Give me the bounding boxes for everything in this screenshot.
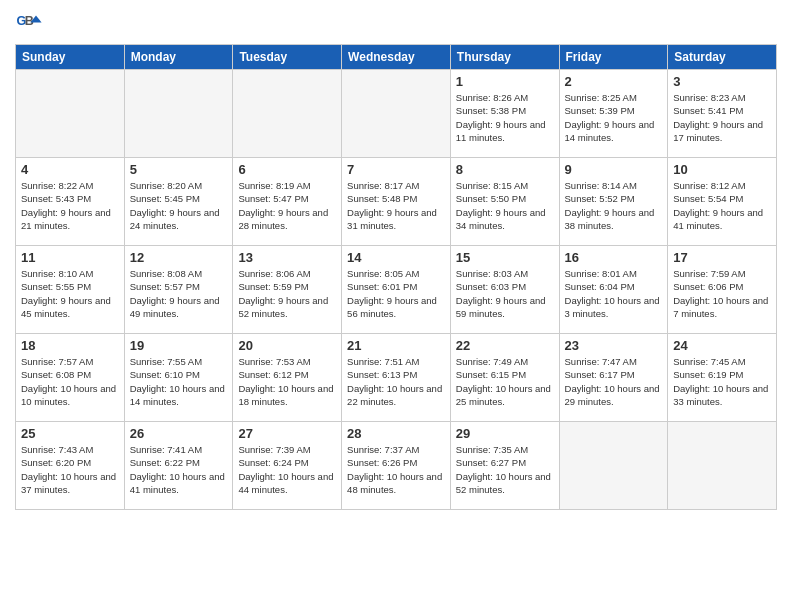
day-number: 2 — [565, 74, 663, 89]
calendar-cell: 2Sunrise: 8:25 AMSunset: 5:39 PMDaylight… — [559, 70, 668, 158]
calendar-cell: 25Sunrise: 7:43 AMSunset: 6:20 PMDayligh… — [16, 422, 125, 510]
day-info: Sunrise: 7:39 AMSunset: 6:24 PMDaylight:… — [238, 443, 336, 496]
day-number: 3 — [673, 74, 771, 89]
day-header-friday: Friday — [559, 45, 668, 70]
day-number: 13 — [238, 250, 336, 265]
calendar-cell: 7Sunrise: 8:17 AMSunset: 5:48 PMDaylight… — [342, 158, 451, 246]
calendar-cell: 16Sunrise: 8:01 AMSunset: 6:04 PMDayligh… — [559, 246, 668, 334]
logo-icon: G B — [15, 10, 43, 38]
day-number: 8 — [456, 162, 554, 177]
calendar-cell — [559, 422, 668, 510]
week-row-1: 4Sunrise: 8:22 AMSunset: 5:43 PMDaylight… — [16, 158, 777, 246]
day-info: Sunrise: 8:17 AMSunset: 5:48 PMDaylight:… — [347, 179, 445, 232]
day-header-sunday: Sunday — [16, 45, 125, 70]
calendar-cell: 1Sunrise: 8:26 AMSunset: 5:38 PMDaylight… — [450, 70, 559, 158]
week-row-2: 11Sunrise: 8:10 AMSunset: 5:55 PMDayligh… — [16, 246, 777, 334]
day-info: Sunrise: 8:08 AMSunset: 5:57 PMDaylight:… — [130, 267, 228, 320]
calendar-cell: 11Sunrise: 8:10 AMSunset: 5:55 PMDayligh… — [16, 246, 125, 334]
calendar-cell: 23Sunrise: 7:47 AMSunset: 6:17 PMDayligh… — [559, 334, 668, 422]
day-number: 28 — [347, 426, 445, 441]
header-row: SundayMondayTuesdayWednesdayThursdayFrid… — [16, 45, 777, 70]
week-row-4: 25Sunrise: 7:43 AMSunset: 6:20 PMDayligh… — [16, 422, 777, 510]
day-info: Sunrise: 8:22 AMSunset: 5:43 PMDaylight:… — [21, 179, 119, 232]
day-number: 6 — [238, 162, 336, 177]
day-info: Sunrise: 8:25 AMSunset: 5:39 PMDaylight:… — [565, 91, 663, 144]
day-info: Sunrise: 8:01 AMSunset: 6:04 PMDaylight:… — [565, 267, 663, 320]
day-info: Sunrise: 8:20 AMSunset: 5:45 PMDaylight:… — [130, 179, 228, 232]
calendar-cell — [124, 70, 233, 158]
calendar-cell: 29Sunrise: 7:35 AMSunset: 6:27 PMDayligh… — [450, 422, 559, 510]
day-header-thursday: Thursday — [450, 45, 559, 70]
day-number: 29 — [456, 426, 554, 441]
calendar-table: SundayMondayTuesdayWednesdayThursdayFrid… — [15, 44, 777, 510]
day-number: 4 — [21, 162, 119, 177]
calendar-cell — [16, 70, 125, 158]
calendar-cell: 14Sunrise: 8:05 AMSunset: 6:01 PMDayligh… — [342, 246, 451, 334]
day-number: 15 — [456, 250, 554, 265]
day-info: Sunrise: 8:15 AMSunset: 5:50 PMDaylight:… — [456, 179, 554, 232]
day-info: Sunrise: 7:57 AMSunset: 6:08 PMDaylight:… — [21, 355, 119, 408]
calendar-cell: 4Sunrise: 8:22 AMSunset: 5:43 PMDaylight… — [16, 158, 125, 246]
calendar-cell: 5Sunrise: 8:20 AMSunset: 5:45 PMDaylight… — [124, 158, 233, 246]
page: G B SundayMondayTuesdayWednesdayThursday… — [0, 0, 792, 612]
day-header-monday: Monday — [124, 45, 233, 70]
calendar-cell: 19Sunrise: 7:55 AMSunset: 6:10 PMDayligh… — [124, 334, 233, 422]
day-number: 1 — [456, 74, 554, 89]
day-number: 25 — [21, 426, 119, 441]
day-info: Sunrise: 7:59 AMSunset: 6:06 PMDaylight:… — [673, 267, 771, 320]
day-info: Sunrise: 7:35 AMSunset: 6:27 PMDaylight:… — [456, 443, 554, 496]
week-row-3: 18Sunrise: 7:57 AMSunset: 6:08 PMDayligh… — [16, 334, 777, 422]
day-info: Sunrise: 7:43 AMSunset: 6:20 PMDaylight:… — [21, 443, 119, 496]
day-info: Sunrise: 8:05 AMSunset: 6:01 PMDaylight:… — [347, 267, 445, 320]
calendar-cell — [233, 70, 342, 158]
day-number: 22 — [456, 338, 554, 353]
calendar-cell: 12Sunrise: 8:08 AMSunset: 5:57 PMDayligh… — [124, 246, 233, 334]
day-number: 21 — [347, 338, 445, 353]
calendar-cell: 21Sunrise: 7:51 AMSunset: 6:13 PMDayligh… — [342, 334, 451, 422]
day-number: 10 — [673, 162, 771, 177]
calendar-cell: 20Sunrise: 7:53 AMSunset: 6:12 PMDayligh… — [233, 334, 342, 422]
day-info: Sunrise: 8:26 AMSunset: 5:38 PMDaylight:… — [456, 91, 554, 144]
day-info: Sunrise: 7:53 AMSunset: 6:12 PMDaylight:… — [238, 355, 336, 408]
calendar-cell: 27Sunrise: 7:39 AMSunset: 6:24 PMDayligh… — [233, 422, 342, 510]
day-number: 19 — [130, 338, 228, 353]
calendar-cell: 13Sunrise: 8:06 AMSunset: 5:59 PMDayligh… — [233, 246, 342, 334]
calendar-cell: 24Sunrise: 7:45 AMSunset: 6:19 PMDayligh… — [668, 334, 777, 422]
calendar-cell — [342, 70, 451, 158]
day-number: 23 — [565, 338, 663, 353]
day-info: Sunrise: 7:51 AMSunset: 6:13 PMDaylight:… — [347, 355, 445, 408]
day-number: 18 — [21, 338, 119, 353]
day-info: Sunrise: 7:41 AMSunset: 6:22 PMDaylight:… — [130, 443, 228, 496]
day-info: Sunrise: 7:47 AMSunset: 6:17 PMDaylight:… — [565, 355, 663, 408]
logo: G B — [15, 10, 47, 38]
day-number: 20 — [238, 338, 336, 353]
day-number: 14 — [347, 250, 445, 265]
day-info: Sunrise: 8:14 AMSunset: 5:52 PMDaylight:… — [565, 179, 663, 232]
day-number: 5 — [130, 162, 228, 177]
day-info: Sunrise: 8:10 AMSunset: 5:55 PMDaylight:… — [21, 267, 119, 320]
day-header-wednesday: Wednesday — [342, 45, 451, 70]
day-number: 24 — [673, 338, 771, 353]
calendar-cell: 8Sunrise: 8:15 AMSunset: 5:50 PMDaylight… — [450, 158, 559, 246]
calendar-cell: 22Sunrise: 7:49 AMSunset: 6:15 PMDayligh… — [450, 334, 559, 422]
day-number: 7 — [347, 162, 445, 177]
day-number: 27 — [238, 426, 336, 441]
calendar-cell: 15Sunrise: 8:03 AMSunset: 6:03 PMDayligh… — [450, 246, 559, 334]
day-info: Sunrise: 8:23 AMSunset: 5:41 PMDaylight:… — [673, 91, 771, 144]
calendar-cell: 6Sunrise: 8:19 AMSunset: 5:47 PMDaylight… — [233, 158, 342, 246]
calendar-cell — [668, 422, 777, 510]
day-number: 9 — [565, 162, 663, 177]
day-header-saturday: Saturday — [668, 45, 777, 70]
day-number: 12 — [130, 250, 228, 265]
day-header-tuesday: Tuesday — [233, 45, 342, 70]
header: G B — [15, 10, 777, 38]
calendar-cell: 17Sunrise: 7:59 AMSunset: 6:06 PMDayligh… — [668, 246, 777, 334]
day-number: 26 — [130, 426, 228, 441]
day-info: Sunrise: 7:37 AMSunset: 6:26 PMDaylight:… — [347, 443, 445, 496]
calendar-cell: 3Sunrise: 8:23 AMSunset: 5:41 PMDaylight… — [668, 70, 777, 158]
calendar-cell: 18Sunrise: 7:57 AMSunset: 6:08 PMDayligh… — [16, 334, 125, 422]
day-number: 16 — [565, 250, 663, 265]
calendar-cell: 26Sunrise: 7:41 AMSunset: 6:22 PMDayligh… — [124, 422, 233, 510]
week-row-0: 1Sunrise: 8:26 AMSunset: 5:38 PMDaylight… — [16, 70, 777, 158]
calendar-cell: 9Sunrise: 8:14 AMSunset: 5:52 PMDaylight… — [559, 158, 668, 246]
